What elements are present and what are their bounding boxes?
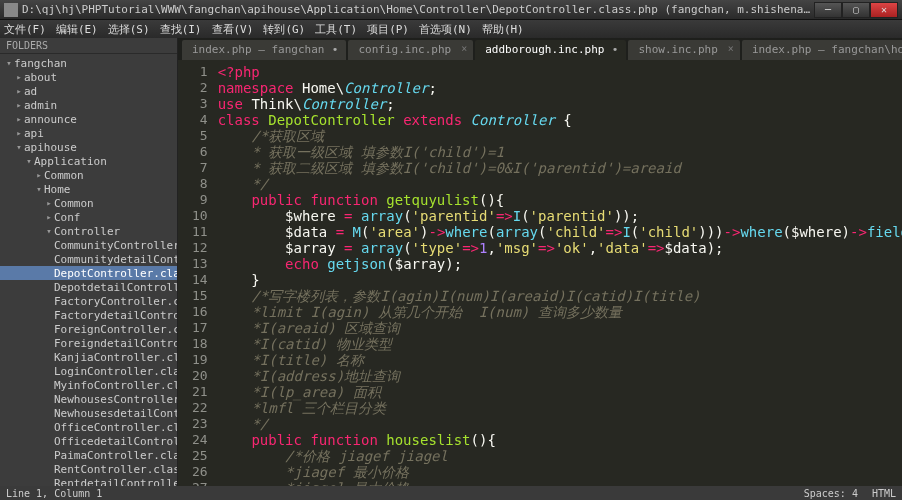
line-number: 16 (192, 304, 208, 320)
tree-item[interactable]: DepotdetailController.class.php (0, 280, 177, 294)
code-line[interactable]: *I(lp_area) 面积 (218, 384, 902, 400)
tree-arrow-icon: ▸ (44, 198, 54, 208)
tree-item[interactable]: OfficeController.class.php (0, 420, 177, 434)
tree-item[interactable]: OfficedetailController.class.php (0, 434, 177, 448)
code-line[interactable]: *I(areaid) 区域查询 (218, 320, 902, 336)
code-line[interactable]: /*价格 jiagef jiagel (218, 448, 902, 464)
code-line[interactable]: } (218, 272, 902, 288)
code-line[interactable]: *I(catid) 物业类型 (218, 336, 902, 352)
tree-item[interactable]: CommunitydetailController.class.php (0, 252, 177, 266)
tree-item[interactable]: MyinfoController.class.php (0, 378, 177, 392)
code-content[interactable]: <?phpnamespace Home\Controller;use Think… (218, 60, 902, 486)
code-line[interactable]: public function houseslist(){ (218, 432, 902, 448)
menu-item[interactable]: 查找(I) (160, 22, 202, 37)
tree-item-label: admin (24, 99, 57, 112)
code-line[interactable]: echo getjson($array); (218, 256, 902, 272)
code-line[interactable]: *jiagef 最小价格 (218, 464, 902, 480)
code-line[interactable]: use Think\Controller; (218, 96, 902, 112)
menu-item[interactable]: 项目(P) (367, 22, 409, 37)
editor-tab[interactable]: index.php — fangchan (182, 40, 346, 60)
tree-item[interactable]: LoginController.class.php (0, 364, 177, 378)
code-area[interactable]: 1234567891011121314151617181920212223242… (178, 60, 902, 486)
line-number: 10 (192, 208, 208, 224)
line-number: 2 (192, 80, 208, 96)
menu-item[interactable]: 工具(T) (315, 22, 357, 37)
line-number: 7 (192, 160, 208, 176)
tree-item[interactable]: ▸announce (0, 112, 177, 126)
code-line[interactable]: /*获取区域 (218, 128, 902, 144)
menu-item[interactable]: 转到(G) (263, 22, 305, 37)
tree-item[interactable]: ▸Common (0, 168, 177, 182)
indent-setting[interactable]: Spaces: 4 (804, 488, 858, 499)
tree-item[interactable]: ▾apihouse (0, 140, 177, 154)
code-line[interactable]: * 获取一级区域 填参数I('child')=1 (218, 144, 902, 160)
tree-item[interactable]: NewhousesdetailController.class.php (0, 406, 177, 420)
titlebar[interactable]: D:\qj\hj\PHPTutorial\WWW\fangchan\apihou… (0, 0, 902, 20)
line-number: 13 (192, 256, 208, 272)
code-line[interactable]: <?php (218, 64, 902, 80)
editor-tab[interactable]: addborough.inc.php (475, 40, 626, 60)
tree-item-label: DepotController.class.php (54, 267, 177, 280)
maximize-button[interactable]: ▢ (842, 2, 870, 18)
close-button[interactable]: ✕ (870, 2, 898, 18)
tree-item[interactable]: RentController.class.php (0, 462, 177, 476)
tree-item-label: OfficedetailController.class.php (54, 435, 177, 448)
tree-item[interactable]: ▾Home (0, 182, 177, 196)
close-icon[interactable]: × (728, 43, 734, 54)
line-number: 6 (192, 144, 208, 160)
menu-item[interactable]: 文件(F) (4, 22, 46, 37)
syntax-language[interactable]: HTML (872, 488, 896, 499)
menu-item[interactable]: 帮助(H) (482, 22, 524, 37)
tree-item[interactable]: PaimaController.class.php (0, 448, 177, 462)
tree-item-label: Controller (54, 225, 120, 238)
code-line[interactable]: class DepotController extends Controller… (218, 112, 902, 128)
tree-item[interactable]: RentdetailController.class.php (0, 476, 177, 486)
code-line[interactable]: */ (218, 416, 902, 432)
editor: index.php — fangchanconfig.inc.php×addbo… (178, 38, 902, 486)
folder-tree[interactable]: ▾fangchan▸about▸ad▸admin▸announce▸api▾ap… (0, 54, 177, 486)
tree-item-label: Common (44, 169, 84, 182)
minimize-button[interactable]: ─ (814, 2, 842, 18)
code-line[interactable]: *I(title) 名称 (218, 352, 902, 368)
code-line[interactable]: $data = M('area')->where(array('child'=>… (218, 224, 902, 240)
tree-item[interactable]: KanjiaController.class.php (0, 350, 177, 364)
cursor-position: Line 1, Column 1 (6, 488, 102, 499)
tree-arrow-icon: ▾ (44, 226, 54, 236)
tree-item[interactable]: FactoryController.class.php (0, 294, 177, 308)
code-line[interactable]: *limit I(agin) 从第几个开始 I(num) 查询多少数量 (218, 304, 902, 320)
code-line[interactable]: public function getquyulist(){ (218, 192, 902, 208)
code-line[interactable]: $array = array('type'=>1,'msg'=>'ok','da… (218, 240, 902, 256)
tree-item[interactable]: ForeigndetailController.class.php (0, 336, 177, 350)
tree-item[interactable]: DepotController.class.php (0, 266, 177, 280)
tree-item[interactable]: ▸admin (0, 98, 177, 112)
tree-item[interactable]: ForeignController.class.php (0, 322, 177, 336)
editor-tab[interactable]: show.inc.php× (628, 40, 739, 60)
code-line[interactable]: namespace Home\Controller; (218, 80, 902, 96)
menu-item[interactable]: 首选项(N) (419, 22, 472, 37)
menu-item[interactable]: 编辑(E) (56, 22, 98, 37)
line-number: 12 (192, 240, 208, 256)
tree-item[interactable]: ▸Conf (0, 210, 177, 224)
editor-tab[interactable]: index.php — fangchan\house (742, 40, 902, 60)
code-line[interactable]: *I(address)地址查询 (218, 368, 902, 384)
code-line[interactable]: /*写字楼列表，参数I(agin)I(num)I(areaid)I(catid)… (218, 288, 902, 304)
tree-item[interactable]: ▾Controller (0, 224, 177, 238)
code-line[interactable]: *jiagel 最大价格 (218, 480, 902, 486)
tree-item[interactable]: CommunityController.class.php (0, 238, 177, 252)
code-line[interactable]: $where = array('parentid'=>I('parentid')… (218, 208, 902, 224)
tree-item[interactable]: ▸ad (0, 84, 177, 98)
tree-item[interactable]: ▾Application (0, 154, 177, 168)
tree-item[interactable]: ▸Common (0, 196, 177, 210)
tree-item[interactable]: ▸api (0, 126, 177, 140)
menu-item[interactable]: 选择(S) (108, 22, 150, 37)
tree-item[interactable]: ▾fangchan (0, 56, 177, 70)
code-line[interactable]: *lmfl 三个栏目分类 (218, 400, 902, 416)
editor-tab[interactable]: config.inc.php× (348, 40, 473, 60)
tree-item[interactable]: NewhousesController.class.php (0, 392, 177, 406)
tree-item[interactable]: ▸about (0, 70, 177, 84)
close-icon[interactable]: × (461, 43, 467, 54)
tree-item[interactable]: FactorydetailController.class.php (0, 308, 177, 322)
code-line[interactable]: * 获取二级区域 填参数I('child')=0&I('parentid')=a… (218, 160, 902, 176)
code-line[interactable]: */ (218, 176, 902, 192)
menu-item[interactable]: 查看(V) (212, 22, 254, 37)
